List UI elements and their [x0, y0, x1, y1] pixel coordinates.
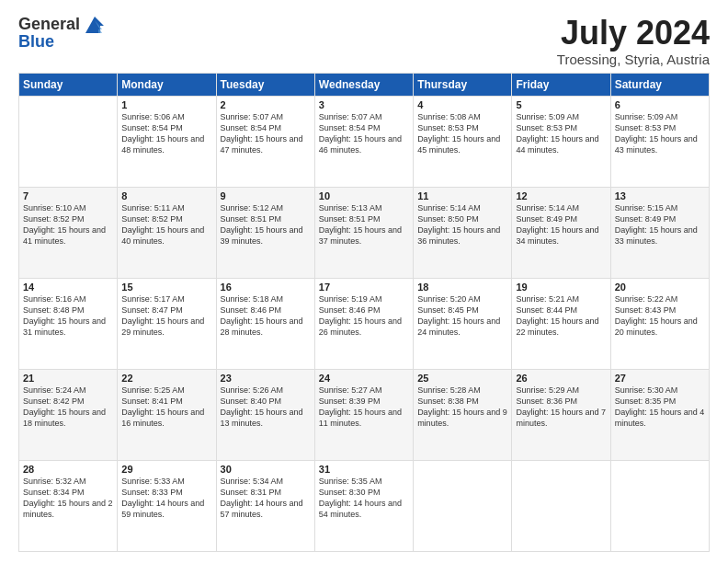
- day-cell: [610, 460, 709, 551]
- sunset-text: Sunset: 8:54 PM: [221, 122, 311, 133]
- sunset-text: Sunset: 8:43 PM: [615, 304, 705, 316]
- day-number: 20: [615, 282, 705, 293]
- day-cell: [414, 460, 512, 551]
- day-number: 30: [221, 464, 311, 475]
- sunset-text: Sunset: 8:54 PM: [319, 122, 409, 133]
- day-number: 4: [417, 99, 507, 110]
- day-number: 31: [319, 464, 409, 475]
- day-cell: 5 Sunrise: 5:09 AM Sunset: 8:53 PM Dayli…: [512, 96, 610, 187]
- sunrise-text: Sunrise: 5:11 AM: [121, 202, 211, 213]
- day-number: 11: [417, 190, 507, 201]
- sunrise-text: Sunrise: 5:24 AM: [23, 385, 113, 396]
- day-number: 25: [417, 373, 507, 384]
- day-number: 2: [221, 99, 311, 110]
- cell-info: Sunrise: 5:21 AM Sunset: 8:44 PM Dayligh…: [516, 293, 606, 339]
- day-cell: 25 Sunrise: 5:28 AM Sunset: 8:38 PM Dayl…: [414, 369, 512, 460]
- day-number: 23: [221, 373, 311, 384]
- cell-info: Sunrise: 5:18 AM Sunset: 8:46 PM Dayligh…: [221, 293, 311, 339]
- daylight-text: Daylight: 15 hours and 20 minutes.: [615, 316, 705, 338]
- daylight-text: Daylight: 14 hours and 54 minutes.: [319, 498, 409, 520]
- col-friday: Friday: [512, 73, 610, 96]
- cell-info: Sunrise: 5:35 AM Sunset: 8:30 PM Dayligh…: [319, 476, 409, 521]
- sunrise-text: Sunrise: 5:10 AM: [23, 202, 113, 213]
- day-number: 22: [121, 373, 211, 384]
- cell-info: Sunrise: 5:27 AM Sunset: 8:39 PM Dayligh…: [319, 385, 409, 430]
- daylight-text: Daylight: 15 hours and 47 minutes.: [221, 133, 311, 155]
- sunrise-text: Sunrise: 5:15 AM: [615, 202, 705, 213]
- sunset-text: Sunset: 8:46 PM: [319, 304, 409, 316]
- day-number: 19: [516, 282, 606, 293]
- week-row-2: 14 Sunrise: 5:16 AM Sunset: 8:48 PM Dayl…: [19, 278, 710, 369]
- header-row: Sunday Monday Tuesday Wednesday Thursday…: [19, 73, 710, 96]
- cell-info: Sunrise: 5:09 AM Sunset: 8:53 PM Dayligh…: [615, 111, 705, 156]
- sunset-text: Sunset: 8:49 PM: [615, 213, 705, 224]
- week-row-3: 21 Sunrise: 5:24 AM Sunset: 8:42 PM Dayl…: [19, 369, 710, 460]
- col-tuesday: Tuesday: [216, 73, 314, 96]
- day-number: 3: [319, 99, 409, 110]
- calendar-table: Sunday Monday Tuesday Wednesday Thursday…: [18, 73, 710, 552]
- sunset-text: Sunset: 8:52 PM: [121, 213, 211, 224]
- day-cell: 20 Sunrise: 5:22 AM Sunset: 8:43 PM Dayl…: [610, 278, 709, 369]
- sunset-text: Sunset: 8:53 PM: [417, 122, 507, 133]
- daylight-text: Daylight: 15 hours and 40 minutes.: [121, 224, 211, 247]
- sunrise-text: Sunrise: 5:12 AM: [221, 202, 311, 213]
- location-title: Troessing, Styria, Austria: [557, 52, 710, 67]
- sunset-text: Sunset: 8:51 PM: [319, 213, 409, 224]
- day-number: 8: [121, 190, 211, 201]
- cell-info: Sunrise: 5:26 AM Sunset: 8:40 PM Dayligh…: [221, 385, 311, 430]
- sunrise-text: Sunrise: 5:29 AM: [516, 385, 606, 396]
- daylight-text: Daylight: 15 hours and 4 minutes.: [615, 407, 705, 429]
- logo: General Blue: [18, 15, 108, 52]
- sunrise-text: Sunrise: 5:06 AM: [121, 111, 211, 122]
- sunset-text: Sunset: 8:42 PM: [23, 396, 113, 407]
- daylight-text: Daylight: 15 hours and 36 minutes.: [417, 224, 507, 247]
- cell-info: Sunrise: 5:33 AM Sunset: 8:33 PM Dayligh…: [121, 476, 211, 521]
- daylight-text: Daylight: 15 hours and 22 minutes.: [516, 316, 606, 338]
- day-number: 13: [615, 190, 705, 201]
- col-saturday: Saturday: [610, 73, 709, 96]
- day-number: 21: [23, 373, 113, 384]
- day-cell: 11 Sunrise: 5:14 AM Sunset: 8:50 PM Dayl…: [414, 187, 512, 278]
- day-number: 18: [417, 282, 507, 293]
- sunrise-text: Sunrise: 5:27 AM: [319, 385, 409, 396]
- day-number: 28: [23, 464, 113, 475]
- sunset-text: Sunset: 8:53 PM: [615, 122, 705, 133]
- day-number: 6: [615, 99, 705, 110]
- day-cell: 3 Sunrise: 5:07 AM Sunset: 8:54 PM Dayli…: [314, 96, 413, 187]
- daylight-text: Daylight: 15 hours and 34 minutes.: [516, 224, 606, 247]
- sunset-text: Sunset: 8:48 PM: [23, 304, 113, 316]
- sunrise-text: Sunrise: 5:25 AM: [121, 385, 211, 396]
- header-area: General Blue July 2024 Troessing, Styria…: [18, 15, 710, 67]
- daylight-text: Daylight: 15 hours and 48 minutes.: [121, 133, 211, 155]
- sunrise-text: Sunrise: 5:07 AM: [221, 111, 311, 122]
- day-number: 26: [516, 373, 606, 384]
- sunset-text: Sunset: 8:47 PM: [121, 304, 211, 316]
- day-cell: [512, 460, 610, 551]
- cell-info: Sunrise: 5:17 AM Sunset: 8:47 PM Dayligh…: [121, 293, 211, 339]
- logo-blue: Blue: [18, 33, 108, 52]
- daylight-text: Daylight: 15 hours and 7 minutes.: [516, 407, 606, 429]
- sunset-text: Sunset: 8:35 PM: [615, 396, 705, 407]
- day-cell: [19, 96, 118, 187]
- day-cell: 26 Sunrise: 5:29 AM Sunset: 8:36 PM Dayl…: [512, 369, 610, 460]
- cell-info: Sunrise: 5:06 AM Sunset: 8:54 PM Dayligh…: [121, 111, 211, 156]
- sunset-text: Sunset: 8:33 PM: [121, 487, 211, 498]
- week-row-1: 7 Sunrise: 5:10 AM Sunset: 8:52 PM Dayli…: [19, 187, 710, 278]
- sunrise-text: Sunrise: 5:14 AM: [417, 202, 507, 213]
- day-cell: 27 Sunrise: 5:30 AM Sunset: 8:35 PM Dayl…: [610, 369, 709, 460]
- cell-info: Sunrise: 5:15 AM Sunset: 8:49 PM Dayligh…: [615, 202, 705, 247]
- daylight-text: Daylight: 15 hours and 24 minutes.: [417, 316, 507, 338]
- sunset-text: Sunset: 8:51 PM: [221, 213, 311, 224]
- day-cell: 8 Sunrise: 5:11 AM Sunset: 8:52 PM Dayli…: [118, 187, 216, 278]
- daylight-text: Daylight: 15 hours and 46 minutes.: [319, 133, 409, 155]
- cell-info: Sunrise: 5:14 AM Sunset: 8:49 PM Dayligh…: [516, 202, 606, 247]
- day-cell: 7 Sunrise: 5:10 AM Sunset: 8:52 PM Dayli…: [19, 187, 118, 278]
- sunrise-text: Sunrise: 5:26 AM: [221, 385, 311, 396]
- sunrise-text: Sunrise: 5:20 AM: [417, 293, 507, 304]
- daylight-text: Daylight: 14 hours and 57 minutes.: [221, 498, 311, 520]
- cell-info: Sunrise: 5:09 AM Sunset: 8:53 PM Dayligh…: [516, 111, 606, 156]
- daylight-text: Daylight: 15 hours and 39 minutes.: [221, 224, 311, 247]
- cell-info: Sunrise: 5:28 AM Sunset: 8:38 PM Dayligh…: [417, 385, 507, 430]
- day-cell: 10 Sunrise: 5:13 AM Sunset: 8:51 PM Dayl…: [314, 187, 413, 278]
- month-title: July 2024: [557, 15, 710, 52]
